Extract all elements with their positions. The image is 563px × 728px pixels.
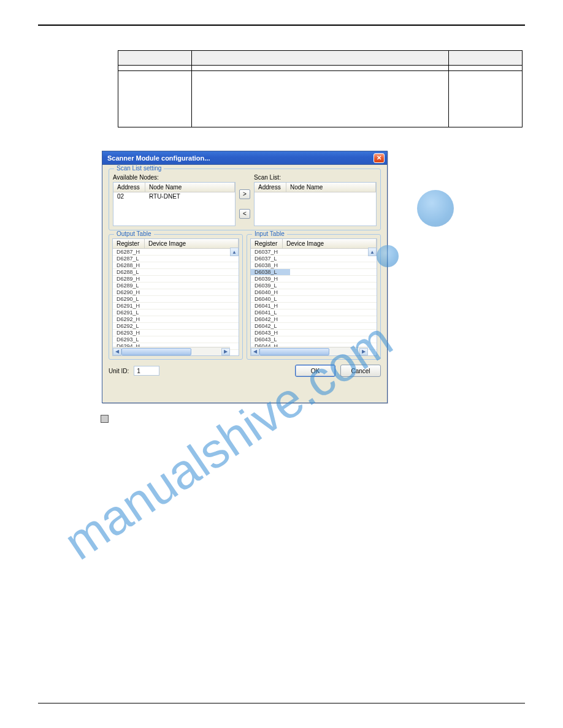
table-row[interactable]: D6293_L: [113, 336, 239, 343]
close-button[interactable]: ✕: [373, 153, 385, 163]
scroll-right-icon[interactable]: ▶: [359, 348, 368, 355]
table-row[interactable]: D6043_L: [251, 336, 377, 343]
scan-list-label: Scan List:: [254, 174, 377, 181]
table-row[interactable]: D6043_H: [251, 330, 377, 336]
scroll-up-icon[interactable]: ▲: [230, 248, 239, 256]
table-row[interactable]: D6042_H: [251, 316, 377, 323]
table-row[interactable]: D6038_L: [251, 269, 377, 276]
table-row[interactable]: D6290_L: [113, 296, 239, 303]
table-row[interactable]: D6292_H: [113, 316, 239, 323]
scroll-right-icon[interactable]: ▶: [221, 348, 230, 355]
hscroll[interactable]: ◀ ▶: [113, 347, 230, 355]
scroll-left-icon[interactable]: ◀: [251, 348, 259, 355]
table-row[interactable]: D6039_L: [251, 282, 377, 289]
table-row[interactable]: D6040_L: [251, 296, 377, 303]
spec-th-2: [191, 51, 448, 66]
input-table-group: Input Table Register Device Image ▲ D603…: [247, 234, 381, 360]
hscroll[interactable]: ◀ ▶: [251, 347, 368, 355]
scan-list[interactable]: Address Node Name: [254, 182, 377, 226]
move-right-square-icon: [101, 415, 109, 423]
move-right-button[interactable]: >: [239, 189, 250, 199]
scan-list-group: Scan List setting Available Nodes: Addre…: [109, 169, 381, 230]
cell: [118, 71, 192, 127]
output-table-group: Output Table Register Device Image ▲ D62…: [109, 234, 243, 360]
input-table[interactable]: Register Device Image ▲ D6037_HD6037_LD6…: [250, 238, 377, 356]
dg-header-register[interactable]: Register: [251, 239, 283, 248]
spec-th-1: [118, 51, 192, 66]
output-table-legend: Output Table: [114, 230, 154, 237]
scroll-thumb[interactable]: [121, 348, 191, 355]
table-row[interactable]: D6289_L: [113, 282, 239, 289]
spec-table: [118, 50, 523, 127]
unit-id-label: Unit ID:: [109, 368, 129, 374]
page-bottom-rule: [38, 703, 525, 703]
cell: [191, 66, 448, 71]
table-row[interactable]: D6041_H: [251, 303, 377, 309]
post-text: [101, 414, 444, 424]
lv-header-address[interactable]: Address: [255, 183, 286, 192]
scanner-config-dialog: Scanner Module configuration... ✕ Scan L…: [102, 151, 388, 403]
unit-id-input[interactable]: [134, 366, 159, 376]
table-row[interactable]: D6290_H: [113, 289, 239, 296]
table-row: [118, 71, 523, 127]
table-row[interactable]: D6288_L: [113, 269, 239, 276]
table-row[interactable]: D6042_L: [251, 323, 377, 330]
table-row[interactable]: D6039_H: [251, 276, 377, 282]
table-row[interactable]: D6293_H: [113, 330, 239, 336]
table-row[interactable]: D6288_H: [113, 262, 239, 269]
table-row[interactable]: D6291_L: [113, 309, 239, 316]
table-row[interactable]: D6041_L: [251, 309, 377, 316]
cell: [449, 66, 523, 71]
table-row[interactable]: D6038_H: [251, 262, 377, 269]
scroll-thumb[interactable]: [259, 348, 329, 355]
table-row[interactable]: D6287_L: [113, 256, 239, 262]
table-row[interactable]: D6287_H: [113, 249, 239, 256]
input-table-legend: Input Table: [252, 230, 287, 237]
list-item[interactable]: 02RTU-DNET: [113, 192, 235, 200]
table-row[interactable]: D6292_L: [113, 323, 239, 330]
scan-list-legend: Scan List setting: [114, 165, 164, 172]
scroll-up-icon[interactable]: ▲: [368, 248, 377, 256]
table-row[interactable]: D6289_H: [113, 276, 239, 282]
dg-header-device-image[interactable]: Device Image: [283, 239, 377, 248]
table-row[interactable]: D6037_H: [251, 249, 377, 256]
cell: [191, 71, 448, 127]
available-nodes-label: Available Nodes:: [113, 174, 236, 181]
dg-header-register[interactable]: Register: [113, 239, 145, 248]
cell: [118, 66, 192, 71]
dialog-title: Scanner Module configuration...: [107, 154, 373, 162]
lv-header-address[interactable]: Address: [113, 183, 145, 192]
scroll-left-icon[interactable]: ◀: [113, 348, 121, 355]
titlebar[interactable]: Scanner Module configuration... ✕: [102, 151, 387, 165]
spec-th-3: [449, 51, 523, 66]
output-table[interactable]: Register Device Image ▲ D6287_HD6287_LD6…: [112, 238, 239, 356]
dg-header-device-image[interactable]: Device Image: [145, 239, 239, 248]
table-row[interactable]: D6040_H: [251, 289, 377, 296]
move-left-button[interactable]: <: [239, 209, 250, 219]
cancel-button[interactable]: Cancel: [340, 365, 381, 377]
table-row[interactable]: D6291_H: [113, 303, 239, 309]
table-row: [118, 66, 523, 71]
ok-button[interactable]: OK: [295, 365, 335, 377]
page-top-rule: [38, 25, 525, 26]
lv-header-nodename[interactable]: Node Name: [286, 183, 376, 192]
table-row[interactable]: D6037_L: [251, 256, 377, 262]
available-nodes-list[interactable]: Address Node Name 02RTU-DNET: [113, 182, 236, 226]
cell: [449, 71, 523, 127]
lv-header-nodename[interactable]: Node Name: [145, 183, 235, 192]
